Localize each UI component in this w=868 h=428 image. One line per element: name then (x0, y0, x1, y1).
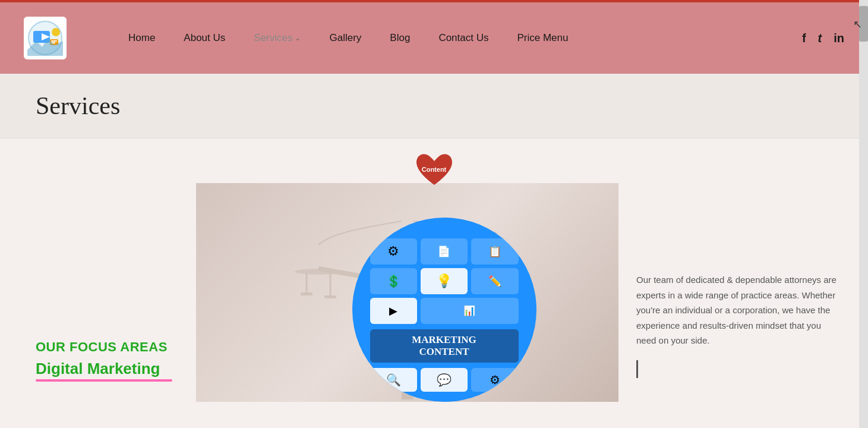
mc-icon-gear2: ⚙ (471, 368, 518, 392)
mc-icon-charts: 📊 (421, 298, 519, 324)
svg-rect-17 (301, 292, 313, 295)
header: Home About Us Services ⌄ Gallery Blog Co… (0, 2, 868, 74)
mc-icon-search: 🔍 (370, 368, 417, 392)
logo-wrap[interactable] (24, 17, 67, 59)
nav-blog[interactable]: Blog (375, 32, 424, 44)
mc-icon-doc2: 📋 (471, 238, 518, 265)
facebook-icon[interactable]: f (802, 32, 806, 45)
nav-services[interactable]: Services ⌄ (239, 32, 315, 44)
page-title-section: Services (0, 74, 868, 139)
text-cursor (636, 360, 638, 378)
right-panel: Our team of dedicated & dependable attor… (618, 183, 868, 402)
right-description: Our team of dedicated & dependable attor… (636, 272, 838, 348)
marketing-title: MARKETINGCONTENT (370, 329, 519, 363)
nav-price[interactable]: Price Menu (503, 32, 582, 44)
focus-areas-label: OUR FOCUS AREAS (36, 339, 172, 355)
heart-badge-label: Content (422, 166, 447, 174)
services-chevron-icon: ⌄ (295, 34, 301, 42)
nav-home[interactable]: Home (114, 32, 169, 44)
mc-icon-bulb: 💡 (421, 268, 468, 294)
heart-badge-container: Content (0, 139, 868, 189)
svg-point-14 (295, 269, 342, 275)
page-title: Services (36, 92, 832, 120)
svg-rect-4 (51, 40, 57, 42)
nav-contact[interactable]: Contact Us (424, 32, 503, 44)
twitter-icon[interactable]: t (818, 32, 822, 45)
mc-icon-doc: 📄 (421, 238, 468, 265)
social-icons: f t in (802, 32, 844, 45)
scrollbar-thumb[interactable] (859, 6, 868, 42)
center-image-area: ⚙ 📄 📋 💲 💡 (196, 183, 618, 402)
main-nav: Home About Us Services ⌄ Gallery Blog Co… (114, 32, 802, 44)
mc-icon-dollar: 💲 (370, 268, 417, 294)
mc-icon-gear: ⚙ (370, 238, 417, 265)
focus-sub-label: Digital Marketing (36, 360, 172, 378)
nav-about[interactable]: About Us (169, 32, 239, 44)
linkedin-icon[interactable]: in (834, 32, 844, 45)
nav-gallery[interactable]: Gallery (315, 32, 375, 44)
mc-icon-play: ▶ (370, 298, 417, 324)
main-content: OUR FOCUS AREAS Digital Marketing (0, 183, 868, 402)
svg-point-7 (52, 28, 60, 36)
content-area: Content OUR FOCUS AREAS Digital Marketin… (0, 139, 868, 428)
svg-rect-18 (324, 295, 336, 298)
mc-icon-speech: 💬 (421, 368, 468, 392)
left-panel: OUR FOCUS AREAS Digital Marketing (0, 183, 196, 402)
mc-icon-pen: ✏️ (471, 268, 518, 294)
marketing-circle: ⚙ 📄 📋 💲 💡 (352, 218, 536, 402)
heart-badge: Content (414, 150, 455, 189)
logo-image (24, 17, 67, 59)
scrollbar[interactable] (859, 0, 868, 428)
